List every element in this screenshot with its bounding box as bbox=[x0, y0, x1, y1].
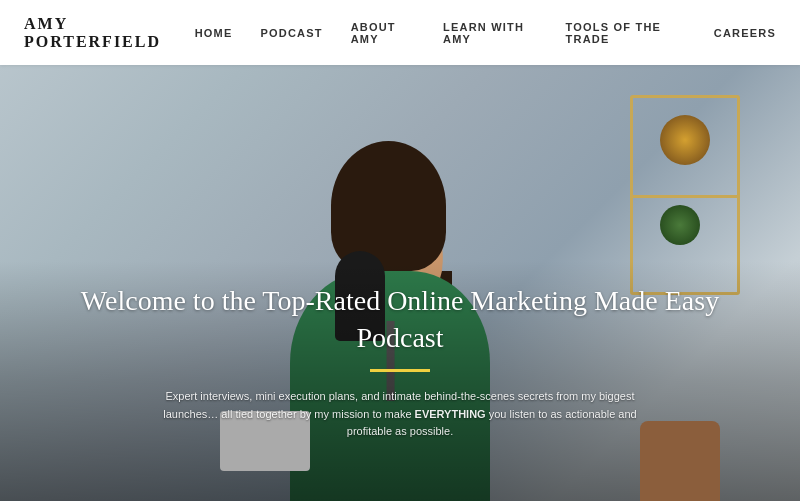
hero-title-underline bbox=[370, 369, 430, 372]
spiky-ball-decoration bbox=[660, 115, 710, 165]
nav-home[interactable]: HOME bbox=[195, 27, 233, 39]
hero-section: Welcome to the Top-Rated Online Marketin… bbox=[0, 65, 800, 501]
main-nav: HOME PODCAST ABOUT AMY LEARN WITH AMY TO… bbox=[195, 21, 776, 45]
nav-tools[interactable]: TOOLS OF THE TRADE bbox=[566, 21, 686, 45]
site-header: AMY PORTERFIELD HOME PODCAST ABOUT AMY L… bbox=[0, 0, 800, 65]
hero-content: Welcome to the Top-Rated Online Marketin… bbox=[0, 282, 800, 441]
brand-logo[interactable]: AMY PORTERFIELD bbox=[24, 15, 195, 51]
hair bbox=[331, 141, 446, 271]
nav-careers[interactable]: CAREERS bbox=[714, 27, 776, 39]
nav-podcast[interactable]: PODCAST bbox=[260, 27, 322, 39]
hero-title: Welcome to the Top-Rated Online Marketin… bbox=[80, 282, 720, 358]
plant-decoration bbox=[660, 205, 700, 245]
nav-about[interactable]: ABOUT AMY bbox=[351, 21, 415, 45]
hero-subtitle: Expert interviews, mini execution plans,… bbox=[140, 388, 660, 441]
nav-learn[interactable]: LEARN WITH AMY bbox=[443, 21, 538, 45]
shelf-divider bbox=[633, 195, 737, 198]
